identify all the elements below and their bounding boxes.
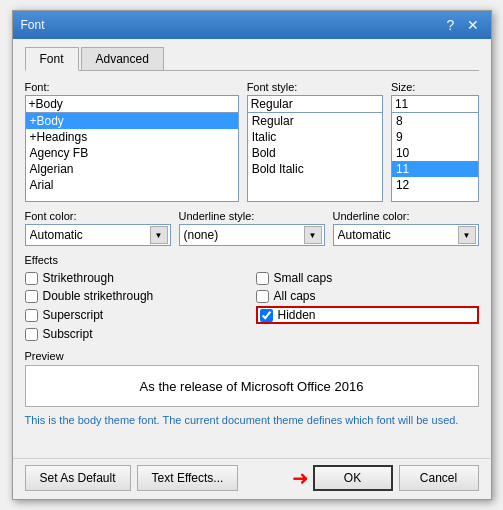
font-color-dropdown[interactable]: Automatic [26, 228, 170, 242]
list-item[interactable]: +Body [26, 113, 238, 129]
set-as-default-button[interactable]: Set As Default [25, 465, 131, 491]
style-label: Font style: [247, 81, 383, 93]
list-item[interactable]: Agency FB [26, 145, 238, 161]
strikethrough-label: Strikethrough [43, 271, 114, 285]
underline-style-group: Underline style: (none) ▼ [179, 210, 325, 246]
list-item[interactable]: 8 [392, 113, 478, 129]
preview-text: As the release of Microsoft Office 2016 [140, 379, 364, 394]
dialog-title: Font [21, 18, 45, 32]
superscript-checkbox[interactable]: Superscript [25, 306, 248, 324]
tab-font[interactable]: Font [25, 47, 79, 71]
style-input[interactable] [247, 95, 383, 112]
list-item[interactable]: Algerian [26, 161, 238, 177]
preview-label: Preview [25, 350, 479, 362]
list-item[interactable]: Regular [248, 113, 382, 129]
double-strikethrough-checkbox[interactable]: Double strikethrough [25, 288, 248, 304]
help-button[interactable]: ? [441, 16, 461, 34]
tab-bar: Font Advanced [25, 47, 479, 71]
underline-color-dropdown[interactable]: Automatic [334, 228, 478, 242]
effects-section: Effects Strikethrough Small caps Double … [25, 254, 479, 342]
effects-label: Effects [25, 254, 479, 266]
font-color-select[interactable]: Automatic ▼ [25, 224, 171, 246]
superscript-input[interactable] [25, 309, 38, 322]
font-label: Font: [25, 81, 239, 93]
size-input[interactable] [391, 95, 479, 112]
font-listbox[interactable]: +Body +Headings Agency FB Algerian Arial [25, 112, 239, 202]
effects-grid: Strikethrough Small caps Double striketh… [25, 270, 479, 342]
dialog-footer: Set As Default Text Effects... ➜ OK Canc… [13, 458, 491, 499]
underline-style-dropdown[interactable]: (none) [180, 228, 324, 242]
list-item[interactable]: Italic [248, 129, 382, 145]
size-label: Size: [391, 81, 479, 93]
ok-button[interactable]: OK [313, 465, 393, 491]
size-listbox[interactable]: 8 9 10 11 12 [391, 112, 479, 202]
effects-right-empty [256, 326, 479, 342]
dialog-body: Font Advanced Font: +Body +Headings Agen… [13, 39, 491, 458]
all-caps-checkbox[interactable]: All caps [256, 288, 479, 304]
underline-color-label: Underline color: [333, 210, 479, 222]
hidden-input[interactable] [260, 309, 273, 322]
text-effects-button[interactable]: Text Effects... [137, 465, 239, 491]
subscript-checkbox[interactable]: Subscript [25, 326, 248, 342]
font-color-group: Font color: Automatic ▼ [25, 210, 171, 246]
tab-advanced[interactable]: Advanced [81, 47, 164, 70]
list-item[interactable]: 11 [392, 161, 478, 177]
font-style-size-row: Font: +Body +Headings Agency FB Algerian… [25, 81, 479, 202]
list-item[interactable]: Arial [26, 177, 238, 193]
subscript-label: Subscript [43, 327, 93, 341]
strikethrough-input[interactable] [25, 272, 38, 285]
font-field-group: Font: +Body +Headings Agency FB Algerian… [25, 81, 239, 202]
hidden-label: Hidden [278, 308, 316, 322]
underline-style-select[interactable]: (none) ▼ [179, 224, 325, 246]
color-underline-row: Font color: Automatic ▼ Underline style:… [25, 210, 479, 246]
font-input[interactable] [25, 95, 239, 112]
preview-box: As the release of Microsoft Office 2016 [25, 365, 479, 407]
list-item[interactable]: Bold Italic [248, 161, 382, 177]
list-item[interactable]: 9 [392, 129, 478, 145]
underline-style-label: Underline style: [179, 210, 325, 222]
double-strikethrough-input[interactable] [25, 290, 38, 303]
list-item[interactable]: Bold [248, 145, 382, 161]
cancel-button[interactable]: Cancel [399, 465, 479, 491]
subscript-input[interactable] [25, 328, 38, 341]
ok-arrow-icon: ➜ [292, 466, 309, 490]
hidden-checkbox[interactable]: Hidden [256, 306, 479, 324]
superscript-label: Superscript [43, 308, 104, 322]
underline-color-group: Underline color: Automatic ▼ [333, 210, 479, 246]
font-color-label: Font color: [25, 210, 171, 222]
list-item[interactable]: +Headings [26, 129, 238, 145]
close-button[interactable]: ✕ [463, 16, 483, 34]
small-caps-input[interactable] [256, 272, 269, 285]
font-dialog: Font ? ✕ Font Advanced Font: +Body +Head… [12, 10, 492, 500]
preview-section: Preview As the release of Microsoft Offi… [25, 350, 479, 407]
double-strikethrough-label: Double strikethrough [43, 289, 154, 303]
all-caps-label: All caps [274, 289, 316, 303]
style-listbox[interactable]: Regular Italic Bold Bold Italic [247, 112, 383, 202]
all-caps-input[interactable] [256, 290, 269, 303]
list-item[interactable]: 10 [392, 145, 478, 161]
info-text: This is the body theme font. The current… [25, 413, 479, 428]
underline-color-select[interactable]: Automatic ▼ [333, 224, 479, 246]
style-field-group: Font style: Regular Italic Bold Bold Ita… [247, 81, 383, 202]
strikethrough-checkbox[interactable]: Strikethrough [25, 270, 248, 286]
small-caps-label: Small caps [274, 271, 333, 285]
small-caps-checkbox[interactable]: Small caps [256, 270, 479, 286]
list-item[interactable]: 12 [392, 177, 478, 193]
size-field-group: Size: 8 9 10 11 12 [391, 81, 479, 202]
title-bar: Font ? ✕ [13, 11, 491, 39]
title-bar-controls: ? ✕ [441, 16, 483, 34]
